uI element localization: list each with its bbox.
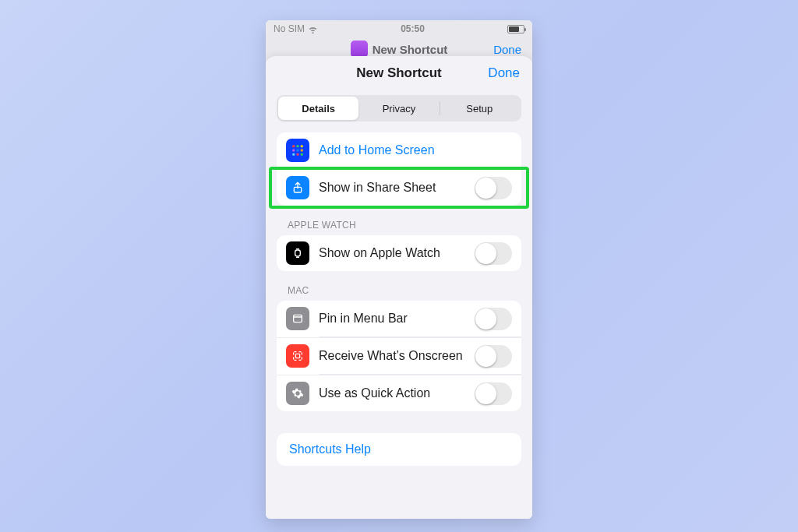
svg-rect-3 <box>292 150 295 152</box>
settings-sheet: New Shortcut Done Details Privacy Setup <box>266 56 532 519</box>
svg-rect-4 <box>297 150 299 152</box>
segmented-control[interactable]: Details Privacy Setup <box>277 95 521 122</box>
mac-card: Pin in Menu Bar Receive What’s Onscreen <box>277 301 521 411</box>
home-grid-icon <box>286 139 309 162</box>
gear-icon <box>286 382 309 405</box>
wifi-icon <box>308 25 318 33</box>
receive-label: Receive What’s Onscreen <box>319 349 465 363</box>
details-card-1: Add to Home Screen Show in Share Sheet <box>277 132 521 206</box>
receive-onscreen-row[interactable]: Receive What’s Onscreen <box>277 337 521 374</box>
svg-rect-1 <box>297 145 299 147</box>
pin-menu-toggle[interactable] <box>475 308 512 330</box>
tab-privacy[interactable]: Privacy <box>358 97 439 120</box>
show-on-apple-watch-row[interactable]: Show on Apple Watch <box>277 235 521 271</box>
quick-action-label: Use as Quick Action <box>319 386 465 400</box>
background-title: New Shortcut <box>373 43 448 56</box>
svg-rect-6 <box>292 153 295 156</box>
apple-watch-label: Show on Apple Watch <box>319 246 465 260</box>
share-icon <box>286 176 309 199</box>
tab-setup[interactable]: Setup <box>440 97 520 120</box>
share-sheet-label: Show in Share Sheet <box>319 181 465 195</box>
menu-bar-icon <box>286 307 309 330</box>
done-button[interactable]: Done <box>488 65 520 81</box>
sheet-title: New Shortcut <box>356 65 442 81</box>
add-to-home-label: Add to Home Screen <box>319 143 512 157</box>
svg-rect-11 <box>294 315 302 322</box>
svg-rect-12 <box>295 354 299 358</box>
shortcut-app-icon <box>351 41 368 58</box>
pin-menu-label: Pin in Menu Bar <box>319 312 465 326</box>
svg-rect-8 <box>301 153 303 156</box>
tab-details-label: Details <box>302 103 335 115</box>
background-done-button: Done <box>493 43 521 56</box>
tab-details[interactable]: Details <box>278 97 358 120</box>
share-sheet-toggle[interactable] <box>475 177 512 199</box>
clock-label: 05:50 <box>401 23 425 34</box>
svg-rect-0 <box>292 145 295 147</box>
carrier-label: No SIM <box>274 23 305 34</box>
apple-watch-toggle[interactable] <box>475 242 512 265</box>
svg-rect-7 <box>297 153 299 156</box>
shortcuts-help-link[interactable]: Shortcuts Help <box>277 433 521 466</box>
svg-rect-10 <box>295 250 301 256</box>
phone-frame: No SIM 05:50 New Shortcut Done New Short… <box>266 20 532 519</box>
apple-watch-icon <box>286 241 309 265</box>
show-in-share-sheet-row[interactable]: Show in Share Sheet <box>277 169 521 206</box>
pin-in-menu-bar-row[interactable]: Pin in Menu Bar <box>277 301 521 336</box>
svg-rect-2 <box>301 145 303 147</box>
help-card: Shortcuts Help <box>277 433 521 466</box>
status-bar: No SIM 05:50 <box>266 20 532 37</box>
tab-setup-label: Setup <box>466 103 493 115</box>
quick-action-row[interactable]: Use as Quick Action <box>277 375 521 411</box>
mac-section-header: MAC <box>266 271 532 301</box>
quick-action-toggle[interactable] <box>475 382 512 405</box>
receive-onscreen-icon <box>286 344 309 368</box>
apple-watch-card: Show on Apple Watch <box>277 235 521 271</box>
apple-watch-section-header: APPLE WATCH <box>266 206 532 235</box>
add-to-home-row[interactable]: Add to Home Screen <box>277 132 521 168</box>
battery-icon <box>507 25 524 33</box>
tab-privacy-label: Privacy <box>383 103 416 115</box>
sheet-header: New Shortcut Done <box>266 56 532 90</box>
receive-toggle[interactable] <box>475 345 512 368</box>
svg-rect-5 <box>301 150 303 152</box>
